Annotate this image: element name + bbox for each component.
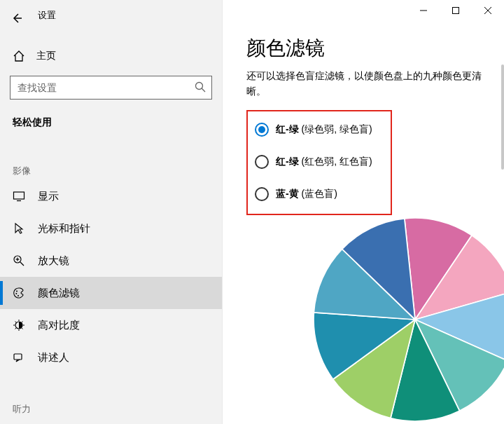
contrast-icon [13,319,25,331]
radio-red-protanopia[interactable]: 红-绿 (红色弱, 红色盲) [248,148,391,176]
palette-icon [13,287,25,299]
sidebar-item-label: 高对比度 [38,319,80,332]
sidebar-item-high-contrast[interactable]: 高对比度 [0,309,222,341]
radio-blue-tritanopia[interactable]: 蓝-黄 (蓝色盲) [248,180,391,208]
sidebar-group-label: 轻松使用 [13,116,222,129]
nav-list: 影像 显示 光标和指针 放大镜 [0,165,222,374]
home-icon [13,50,25,62]
sidebar-item-narrator[interactable]: 讲述人 [0,341,222,374]
svg-line-24 [15,328,17,329]
svg-line-23 [22,322,23,323]
home-nav[interactable]: 主页 [0,42,222,70]
svg-point-13 [16,291,18,292]
sidebar-item-label: 放大镜 [38,254,69,268]
radio-indicator [255,155,269,169]
narrator-icon [13,351,25,364]
sidebar-item-display[interactable]: 显示 [0,180,222,212]
sidebar-item-label: 颜色滤镜 [38,287,80,300]
svg-line-22 [22,328,23,329]
sidebar-item-label: 讲述人 [38,351,69,364]
sidebar-item-magnifier[interactable]: 放大镜 [0,245,222,277]
content-pane: 颜色滤镜 还可以选择色盲症滤镜，以使颜色盘上的九种颜色更清晰。 红-绿 (绿色弱… [223,0,504,424]
sidebar-item-label: 显示 [38,190,59,203]
magnifier-icon [13,254,25,267]
monitor-icon [13,190,25,203]
search-input[interactable] [10,76,212,100]
sidebar-item-label: 光标和指针 [38,222,90,235]
filter-radio-group: 红-绿 (绿色弱, 绿色盲) 红-绿 (红色弱, 红色盲) 蓝-黄 (蓝色盲) [246,110,392,215]
scrollbar[interactable] [501,64,504,170]
svg-rect-7 [14,192,24,199]
radio-indicator [255,187,269,201]
sidebar: 设置 主页 轻松使用 影像 显示 [0,0,223,424]
svg-point-15 [18,295,19,296]
svg-point-5 [196,83,203,90]
radio-label: 红-绿 (绿色弱, 绿色盲) [276,123,372,136]
search-icon [194,81,206,95]
page-title: 颜色滤镜 [246,35,487,62]
search-wrap [10,76,212,100]
back-button[interactable] [3,4,31,32]
radio-label: 蓝-黄 (蓝色盲) [276,188,337,200]
color-wheel-preview [314,218,504,421]
settings-window: 设置 主页 轻松使用 影像 显示 [0,0,504,424]
svg-line-21 [15,322,17,323]
settings-title: 设置 [38,10,56,22]
radio-green-deuteranopia[interactable]: 红-绿 (绿色弱, 绿色盲) [248,116,391,144]
radio-label: 红-绿 (红色弱, 红色盲) [276,156,372,168]
svg-line-10 [20,262,24,266]
section-title-audio: 听力 [13,404,222,416]
section-title-video: 影像 [13,165,222,177]
sidebar-item-cursor[interactable]: 光标和指针 [0,212,222,245]
sidebar-item-color-filters[interactable]: 颜色滤镜 [0,277,222,309]
svg-rect-25 [14,354,22,360]
svg-point-14 [15,293,17,294]
home-label: 主页 [36,50,56,62]
cursor-icon [13,222,25,235]
svg-line-6 [202,88,205,92]
page-description: 还可以选择色盲症滤镜，以使颜色盘上的九种颜色更清晰。 [246,69,487,99]
radio-indicator [255,123,269,137]
